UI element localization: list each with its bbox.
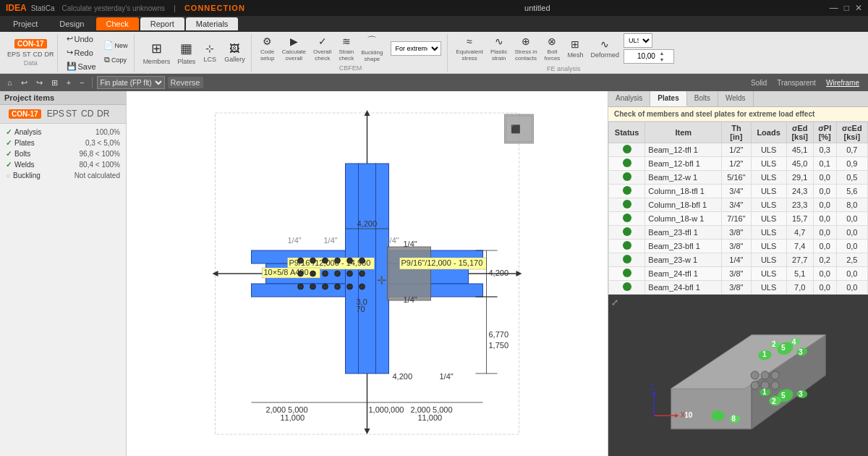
code-setup-button[interactable]: ⚙ Codesetup: [258, 34, 278, 63]
menu-project[interactable]: Project: [3, 17, 48, 30]
th-cell: 7/16": [722, 212, 752, 226]
tree-item-plates[interactable]: ✓ Plates 0,3 < 5,0%: [0, 138, 126, 148]
eps-btn[interactable]: EPS: [7, 51, 20, 58]
tab-bolts[interactable]: Bolts: [687, 91, 718, 106]
menu-check[interactable]: Check: [96, 17, 139, 30]
spl-cell: 0,0: [813, 281, 836, 295]
members-button[interactable]: ⊞ Members: [140, 38, 174, 67]
save-button[interactable]: 💾 Save: [64, 60, 99, 73]
menu-materials[interactable]: Materials: [186, 17, 239, 30]
table-row[interactable]: Column_18-w 1 7/16" ULS 15,7 0,0 0,0: [609, 212, 868, 226]
wireframe-mode-button[interactable]: Wireframe: [822, 77, 864, 88]
svg-point-36: [310, 284, 316, 290]
st-btn[interactable]: ST: [22, 51, 31, 58]
tree-item-buckling[interactable]: ○ Buckling Not calculated: [0, 170, 126, 181]
value-down-arrow[interactable]: ▼: [657, 56, 667, 63]
table-row[interactable]: Beam_24-bfl 1 3/8" ULS 7,0 0,0 0,0: [609, 281, 868, 295]
table-row[interactable]: Beam_12-tfl 1 1/2" ULS 45,1 0,3 0,7: [609, 143, 868, 157]
table-row[interactable]: Column_18-bfl 1 3/4" ULS 23,3 0,0 8,0: [609, 198, 868, 212]
tree-item-bolts[interactable]: ✓ Bolts 96,8 < 100%: [0, 148, 126, 159]
menu-design[interactable]: Design: [49, 17, 94, 30]
tab-analysis[interactable]: Analysis: [608, 91, 650, 106]
status-ok-icon: [623, 255, 631, 263]
table-row[interactable]: Beam_23-bfl 1 3/8" ULS 7,4 0,0 0,0: [609, 240, 868, 253]
tree-item-analysis[interactable]: ✓ Analysis 100,0%: [0, 127, 126, 138]
redo-button[interactable]: ↪ Redo: [64, 46, 99, 59]
table-row[interactable]: Beam_23-tfl 1 3/8" ULS 4,7 0,0 0,0: [609, 226, 868, 240]
zoom-out-button[interactable]: −: [77, 77, 87, 88]
loads-cell: ULS: [751, 143, 786, 157]
sced-cell: 0,7: [836, 143, 867, 157]
strain-check-button[interactable]: ≋ Straincheck: [336, 34, 357, 63]
new-button[interactable]: 📄 New: [101, 39, 131, 52]
th-cell: 3/8": [722, 281, 752, 295]
zoom-in-button[interactable]: +: [64, 77, 74, 88]
sced-cell: 0,5: [836, 171, 867, 185]
plastic-strain-button[interactable]: ∿ Plasticstrain: [488, 34, 511, 63]
tree-item-welds[interactable]: ✓ Welds 80,4 < 100%: [0, 159, 126, 170]
th-cell: 3/8": [722, 240, 752, 253]
dr-shortcut[interactable]: DR: [96, 106, 111, 121]
undo-view-button[interactable]: ↩: [18, 77, 30, 89]
th-cell: 3/4": [722, 185, 752, 198]
table-row[interactable]: Beam_12-w 1 5/16" ULS 29,1 0,0 0,5: [609, 171, 868, 185]
home-view-button[interactable]: ⌂: [4, 77, 15, 88]
bolt-forces-button[interactable]: ⊗ Boltforces: [542, 34, 563, 63]
cd-btn[interactable]: CD: [33, 51, 43, 58]
overall-check-button[interactable]: ✓ Overallcheck: [310, 34, 334, 63]
undo-button[interactable]: ↩ Undo: [64, 33, 99, 46]
th-cell: 1/2": [722, 157, 752, 171]
cd-shortcut[interactable]: CD: [80, 106, 95, 121]
solid-mode-button[interactable]: Solid: [746, 77, 771, 88]
app-logo: IDEA: [6, 3, 27, 13]
plate-3d-view[interactable]: ⤢: [608, 295, 868, 456]
eps-shortcut[interactable]: EPS: [48, 106, 63, 121]
deformed-button[interactable]: ∿ Deformed: [587, 34, 622, 63]
for-extreme-button[interactable]: For extreme: [388, 35, 444, 62]
table-row[interactable]: Beam_23-w 1 1/4" ULS 27,7 0,2 2,5: [609, 253, 868, 267]
gallery-icon: 🖼: [229, 43, 239, 54]
col-sed: σEd[ksi]: [786, 122, 813, 143]
status-ok-icon: [623, 172, 631, 181]
loads-cell: ULS: [751, 171, 786, 185]
undo-icon: ↩: [67, 34, 73, 43]
value-up-arrow[interactable]: ▲: [657, 50, 667, 56]
copy-button[interactable]: ⧉ Copy: [101, 54, 131, 67]
tab-plates[interactable]: Plates: [650, 91, 686, 106]
tab-welds[interactable]: Welds: [718, 91, 754, 106]
table-row[interactable]: Column_18-tfl 1 3/4" ULS 24,3 0,0 5,6: [609, 185, 868, 198]
table-row[interactable]: Beam_12-bfl 1 1/2" ULS 45,0 0,1 0,9: [609, 157, 868, 171]
uls-select[interactable]: ULS: [624, 33, 652, 48]
buckling-shape-button[interactable]: ⌒ Bucklingshape: [358, 34, 386, 63]
canvas-area[interactable]: P9/16"/12,000 - 14,980 P9/16"/12,000 - 1…: [127, 91, 608, 456]
table-row[interactable]: Beam_24-tfl 1 3/8" ULS 5,1 0,0 0,0: [609, 267, 868, 281]
plates-button[interactable]: ▦ Plates: [174, 38, 198, 67]
plates-icon: ▦: [180, 41, 192, 56]
reverse-button[interactable]: Reverse: [168, 77, 203, 88]
menu-report[interactable]: Report: [140, 17, 184, 30]
eq-stress-icon: ≈: [467, 35, 472, 47]
minimize-button[interactable]: —: [830, 3, 838, 13]
transparent-mode-button[interactable]: Transparent: [773, 77, 820, 88]
mesh-button[interactable]: ⊞ Mesh: [564, 34, 586, 63]
value-input[interactable]: [624, 50, 657, 63]
loads-cell: ULS: [751, 226, 786, 240]
svg-point-23: [298, 258, 304, 263]
extreme-select[interactable]: For extreme: [391, 41, 441, 56]
view-preset-select[interactable]: Fin plate (FP flt): [97, 76, 165, 89]
close-button[interactable]: ✕: [855, 3, 862, 13]
st-shortcut[interactable]: ST: [64, 106, 79, 121]
status-ok-icon: [623, 214, 631, 222]
app-tagline: Calculate yesterday's unknowns: [61, 4, 165, 12]
redo-view-button[interactable]: ↪: [33, 77, 46, 89]
lcs-button[interactable]: ⊹ LCS: [200, 38, 220, 67]
expand-3d-button[interactable]: ⤢: [611, 297, 618, 308]
gallery-button[interactable]: 🖼 Gallery: [221, 38, 248, 67]
equivalent-stress-button[interactable]: ≈ Equivalentstress: [454, 34, 486, 63]
maximize-button[interactable]: □: [844, 3, 849, 13]
fit-view-button[interactable]: ⊞: [48, 77, 61, 89]
dr-btn[interactable]: DR: [45, 51, 54, 58]
svg-point-86: [711, 410, 725, 421]
stress-contacts-button[interactable]: ⊕ Stress incontacts: [511, 34, 540, 63]
calculate-button[interactable]: ▶ Calculateoverall: [279, 34, 309, 63]
